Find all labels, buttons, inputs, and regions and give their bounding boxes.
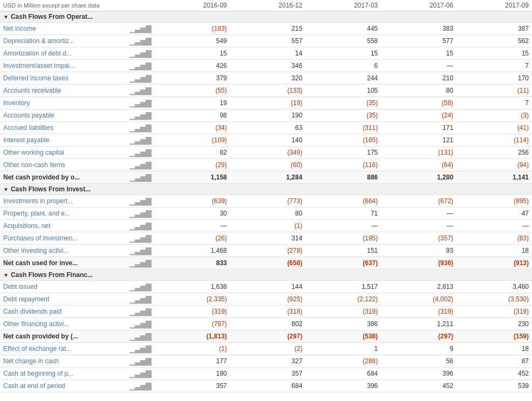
row-label[interactable]: Acquisitions, net xyxy=(0,220,126,232)
data-cell: 1,284 xyxy=(230,171,306,184)
sparkline-icon: ▁▃▅▇ xyxy=(129,197,151,205)
sparkline-icon: ▁▃▅▇ xyxy=(129,111,151,120)
data-cell: 18 xyxy=(456,343,532,355)
row-label[interactable]: Accounts payable xyxy=(0,109,126,122)
icon-cell: ▁▃▅▇ xyxy=(126,232,155,245)
data-cell: 3,460 xyxy=(456,281,532,293)
row-label[interactable]: Investments in propert... xyxy=(0,195,126,208)
data-cell: 180 xyxy=(155,368,230,380)
data-cell: (58) xyxy=(381,97,456,109)
row-label[interactable]: Debt issued xyxy=(0,281,126,293)
data-cell: 171 xyxy=(381,122,456,134)
row-label[interactable]: Debt repayment xyxy=(0,293,126,306)
data-cell: 383 xyxy=(381,23,456,35)
data-cell: 314 xyxy=(230,232,306,245)
row-label[interactable]: Amortization of debt d... xyxy=(0,47,126,60)
row-label[interactable]: Deferred income taxes xyxy=(0,72,126,85)
sparkline-icon: ▁▃▅▇ xyxy=(129,307,151,316)
row-label[interactable]: Other financing activi... xyxy=(0,318,126,330)
data-cell: 327 xyxy=(230,355,306,368)
row-label[interactable]: Cash dividends paid xyxy=(0,306,126,318)
row-label[interactable]: Investment/asset impai... xyxy=(0,60,126,72)
data-cell: — xyxy=(381,220,456,232)
data-cell: (165) xyxy=(305,134,381,147)
data-cell: 833 xyxy=(155,257,230,269)
sparkline-icon: ▁▃▅▇ xyxy=(129,282,151,291)
total-icon-cell: ▁▃▅▇ xyxy=(126,171,155,184)
sparkline-icon: ▁▃▅▇ xyxy=(129,295,151,303)
row-label[interactable]: Other working capital xyxy=(0,147,126,159)
row-label[interactable]: Interest payable xyxy=(0,134,126,147)
icon-cell: ▁▃▅▇ xyxy=(126,159,155,171)
row-label[interactable]: Depreciation & amortiz... xyxy=(0,35,126,47)
data-cell: — xyxy=(381,208,456,220)
row-label[interactable]: Other investing activi... xyxy=(0,245,126,257)
data-cell: (297) xyxy=(230,330,306,343)
row-label[interactable]: Net income xyxy=(0,23,126,35)
icon-cell: ▁▃▅▇ xyxy=(126,220,155,232)
icon-cell: ▁▃▅▇ xyxy=(126,245,155,257)
data-cell: 396 xyxy=(305,380,381,392)
data-cell: 140 xyxy=(230,134,306,147)
data-cell: (664) xyxy=(305,195,381,208)
col-header-4: 2017-09 xyxy=(456,0,532,11)
icon-cell: ▁▃▅▇ xyxy=(126,368,155,380)
data-cell: 15 xyxy=(305,47,381,60)
sparkline-icon: ▁▃▅▇ xyxy=(129,246,151,255)
data-cell: (2,122) xyxy=(305,293,381,306)
row-label[interactable]: Other non-cash items xyxy=(0,159,126,171)
row-label[interactable]: Purchases of investmen... xyxy=(0,232,126,245)
data-cell: 14 xyxy=(230,47,306,60)
sparkline-icon: ▁▃▅▇ xyxy=(129,148,151,157)
data-cell: 71 xyxy=(305,208,381,220)
row-label[interactable]: Cash at beginning of p... xyxy=(0,368,126,380)
section-toggle[interactable]: ▼ xyxy=(3,14,9,20)
row-label[interactable]: Property, plant, and e... xyxy=(0,208,126,220)
data-cell: 577 xyxy=(381,35,456,47)
section-header-financing[interactable]: ▼Cash Flows From Financ... xyxy=(0,269,532,281)
data-cell: 18 xyxy=(456,245,532,257)
data-cell: (288) xyxy=(305,355,381,368)
row-label[interactable]: Accounts receivable xyxy=(0,85,126,97)
data-cell: (131) xyxy=(381,147,456,159)
data-cell: 7 xyxy=(456,60,532,72)
sparkline-icon: ▁▃▅▇ xyxy=(129,74,151,82)
data-cell: 886 xyxy=(305,171,381,184)
row-label[interactable]: Inventory xyxy=(0,97,126,109)
section-header-operating[interactable]: ▼Cash Flows From Operat... xyxy=(0,11,532,23)
data-cell: (2,335) xyxy=(155,293,230,306)
section-toggle[interactable]: ▼ xyxy=(3,186,9,192)
sparkline-icon: ▁▃▅▇ xyxy=(129,123,151,132)
total-label-operating: Net cash provided by o... xyxy=(0,171,126,184)
data-cell: — xyxy=(381,60,456,72)
data-cell: (4,002) xyxy=(381,293,456,306)
data-cell: (349) xyxy=(230,147,306,159)
data-cell: (35) xyxy=(305,109,381,122)
data-cell: 63 xyxy=(230,122,306,134)
sparkline-icon: ▁▃▅▇ xyxy=(129,332,151,341)
data-cell: (159) xyxy=(456,330,532,343)
data-cell: (24) xyxy=(381,109,456,122)
sparkline-icon: ▁▃▅▇ xyxy=(129,161,151,169)
row-label[interactable]: Cash at end of period xyxy=(0,380,126,392)
data-cell: (64) xyxy=(381,159,456,171)
data-cell: (133) xyxy=(230,85,306,97)
data-cell: 15 xyxy=(155,47,230,60)
data-cell: (637) xyxy=(305,257,381,269)
data-cell: 452 xyxy=(456,368,532,380)
data-cell: (3,530) xyxy=(456,293,532,306)
data-cell: 82 xyxy=(155,147,230,159)
icon-cell: ▁▃▅▇ xyxy=(126,318,155,330)
data-cell: (357) xyxy=(381,232,456,245)
data-cell: 170 xyxy=(456,72,532,85)
row-label[interactable]: Net change in cash xyxy=(0,355,126,368)
data-cell: (936) xyxy=(381,257,456,269)
cash-flow-table: USD in Million except per share data 201… xyxy=(0,0,532,392)
row-label[interactable]: Effect of exchange rat... xyxy=(0,343,126,355)
row-label[interactable]: Accrued liabilities xyxy=(0,122,126,134)
sparkline-icon: ▁▃▅▇ xyxy=(129,344,151,353)
sparkline-icon: ▁▃▅▇ xyxy=(129,136,151,144)
section-header-investing[interactable]: ▼Cash Flows From Invest... xyxy=(0,184,532,195)
data-cell: 80 xyxy=(230,208,306,220)
section-toggle[interactable]: ▼ xyxy=(3,272,9,278)
